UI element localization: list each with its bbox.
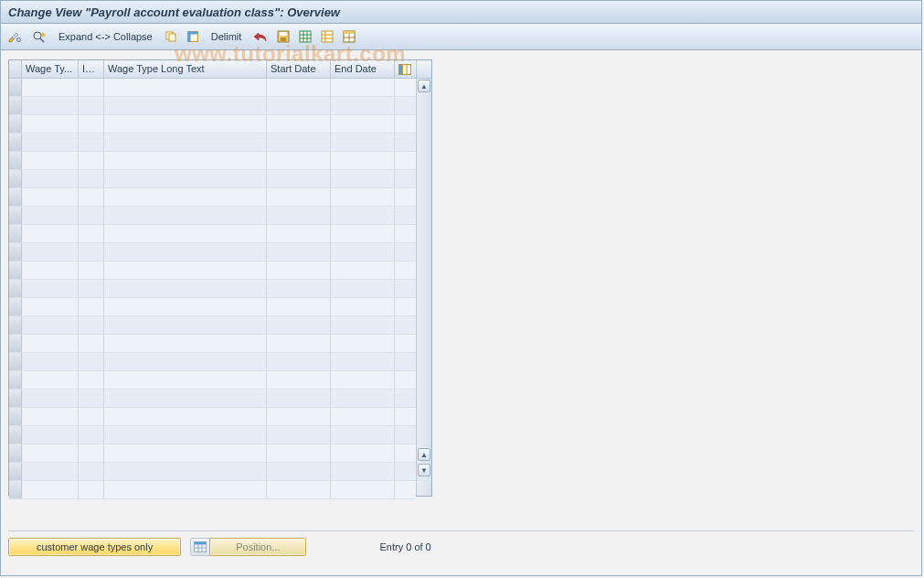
cell-start-date[interactable] bbox=[267, 353, 331, 370]
col-header-end-date[interactable]: End Date bbox=[331, 60, 395, 78]
cell-wage-type[interactable] bbox=[22, 243, 79, 261]
cell-long-text[interactable] bbox=[104, 390, 267, 407]
cell-end-date[interactable] bbox=[331, 353, 395, 370]
cell-wage-type[interactable] bbox=[22, 79, 79, 96]
cell-start-date[interactable] bbox=[267, 280, 331, 297]
cell-long-text[interactable] bbox=[104, 463, 267, 480]
cell-end-date[interactable] bbox=[331, 152, 395, 169]
position-icon-box[interactable] bbox=[190, 538, 210, 556]
row-selector[interactable] bbox=[9, 262, 22, 279]
cell-start-date[interactable] bbox=[267, 371, 331, 389]
cell-long-text[interactable] bbox=[104, 371, 267, 389]
other-view-button[interactable] bbox=[28, 27, 50, 46]
cell-long-text[interactable] bbox=[104, 481, 267, 498]
table-row[interactable] bbox=[9, 390, 416, 408]
cell-wage-type[interactable] bbox=[22, 316, 79, 334]
table-row[interactable] bbox=[9, 207, 416, 225]
cell-wage-type[interactable] bbox=[22, 262, 79, 279]
cell-start-date[interactable] bbox=[267, 408, 331, 425]
row-selector[interactable] bbox=[9, 115, 22, 133]
cell-long-text[interactable] bbox=[104, 152, 267, 169]
cell-wage-type[interactable] bbox=[22, 390, 79, 407]
table-row[interactable] bbox=[9, 481, 416, 499]
cell-long-text[interactable] bbox=[104, 170, 267, 187]
table-row[interactable] bbox=[9, 298, 416, 316]
cell-wage-type[interactable] bbox=[22, 280, 79, 297]
cell-end-date[interactable] bbox=[331, 426, 395, 444]
table-row[interactable] bbox=[9, 335, 416, 353]
undo-button[interactable] bbox=[250, 27, 271, 46]
cell-start-date[interactable] bbox=[267, 134, 331, 151]
cell-long-text[interactable] bbox=[104, 316, 267, 334]
cell-end-date[interactable] bbox=[331, 280, 395, 297]
cell-end-date[interactable] bbox=[331, 444, 395, 462]
cell-inf[interactable] bbox=[79, 97, 104, 114]
cell-start-date[interactable] bbox=[267, 115, 331, 133]
cell-inf[interactable] bbox=[79, 115, 104, 133]
cell-wage-type[interactable] bbox=[22, 481, 79, 498]
row-selector[interactable] bbox=[9, 152, 22, 169]
cell-wage-type[interactable] bbox=[22, 335, 79, 352]
cell-inf[interactable] bbox=[79, 79, 104, 96]
cell-inf[interactable] bbox=[79, 170, 104, 187]
row-selector[interactable] bbox=[9, 371, 22, 389]
cell-wage-type[interactable] bbox=[22, 188, 79, 206]
cell-start-date[interactable] bbox=[267, 79, 331, 96]
table-row[interactable] bbox=[9, 115, 416, 134]
cell-inf[interactable] bbox=[79, 280, 104, 297]
table-row[interactable] bbox=[9, 463, 416, 481]
cell-inf[interactable] bbox=[79, 243, 104, 261]
cell-wage-type[interactable] bbox=[22, 134, 79, 151]
cell-long-text[interactable] bbox=[104, 353, 267, 370]
cell-wage-type[interactable] bbox=[22, 225, 79, 242]
row-selector[interactable] bbox=[9, 481, 22, 498]
cell-end-date[interactable] bbox=[331, 188, 395, 206]
cell-end-date[interactable] bbox=[331, 316, 395, 334]
cell-end-date[interactable] bbox=[331, 243, 395, 261]
position-button[interactable]: Position... bbox=[209, 538, 306, 556]
table-row[interactable] bbox=[9, 408, 416, 426]
table-settings-button[interactable] bbox=[295, 27, 315, 46]
table-row[interactable] bbox=[9, 188, 416, 207]
cell-long-text[interactable] bbox=[104, 188, 267, 206]
cell-long-text[interactable] bbox=[104, 335, 267, 352]
row-selector[interactable] bbox=[9, 463, 22, 480]
cell-inf[interactable] bbox=[79, 371, 104, 389]
toggle-display-change-button[interactable] bbox=[5, 27, 27, 46]
row-selector[interactable] bbox=[9, 335, 22, 352]
table-row[interactable] bbox=[9, 134, 416, 152]
configure-columns-button[interactable] bbox=[395, 60, 415, 78]
cell-start-date[interactable] bbox=[267, 207, 331, 224]
cell-wage-type[interactable] bbox=[22, 207, 79, 224]
cell-inf[interactable] bbox=[79, 152, 104, 169]
row-selector[interactable] bbox=[9, 408, 22, 425]
expand-collapse-button[interactable]: Expand <-> Collapse bbox=[52, 27, 159, 46]
customer-wage-types-button[interactable]: customer wage types only bbox=[8, 538, 181, 556]
cell-inf[interactable] bbox=[79, 463, 104, 480]
cell-wage-type[interactable] bbox=[22, 152, 79, 169]
table-row[interactable] bbox=[9, 243, 416, 262]
cell-start-date[interactable] bbox=[267, 152, 331, 169]
cell-end-date[interactable] bbox=[331, 335, 395, 352]
cell-end-date[interactable] bbox=[331, 463, 395, 480]
cell-long-text[interactable] bbox=[104, 207, 267, 224]
cell-end-date[interactable] bbox=[331, 225, 395, 242]
table-row[interactable] bbox=[9, 316, 416, 335]
save-variant-button[interactable] bbox=[273, 27, 293, 46]
cell-start-date[interactable] bbox=[267, 335, 331, 352]
cell-end-date[interactable] bbox=[331, 115, 395, 133]
col-header-wage-type[interactable]: Wage Ty... bbox=[22, 60, 79, 78]
cell-inf[interactable] bbox=[79, 188, 104, 206]
cell-wage-type[interactable] bbox=[22, 444, 79, 462]
table-row[interactable] bbox=[9, 262, 416, 280]
table-row[interactable] bbox=[9, 280, 416, 298]
extra-table-button[interactable] bbox=[339, 27, 359, 46]
cell-wage-type[interactable] bbox=[22, 463, 79, 480]
col-header-long-text[interactable]: Wage Type Long Text bbox=[104, 60, 267, 78]
table-row[interactable] bbox=[9, 97, 416, 115]
row-selector[interactable] bbox=[9, 134, 22, 151]
row-selector[interactable] bbox=[9, 243, 22, 261]
cell-end-date[interactable] bbox=[331, 481, 395, 498]
cell-start-date[interactable] bbox=[267, 188, 331, 206]
cell-inf[interactable] bbox=[79, 390, 104, 407]
